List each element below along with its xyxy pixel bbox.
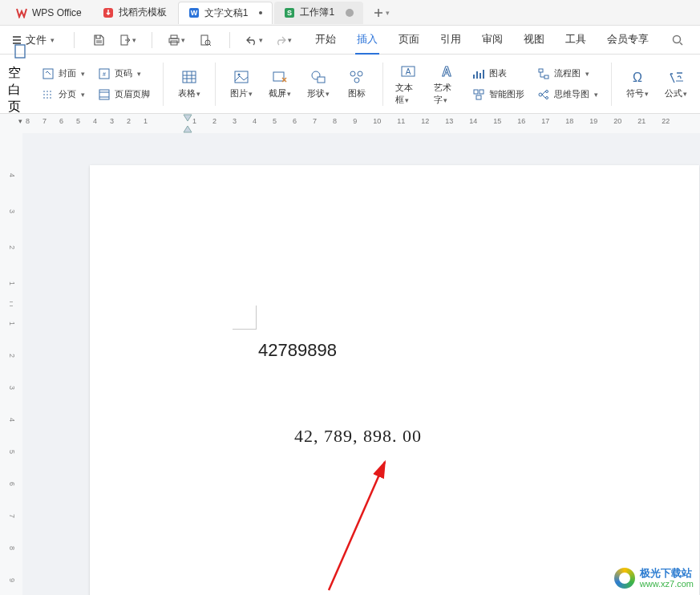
add-tab-button[interactable]: ▾ (370, 2, 392, 24)
ruler-tick: 5 (273, 117, 277, 125)
label: 页码 (115, 67, 132, 79)
ribbon-header-footer[interactable]: 页眉页脚 (95, 87, 153, 103)
ribbon-picture[interactable]: 图片▾ (225, 67, 257, 101)
redo-button[interactable]: ▾ (273, 30, 293, 50)
ruler-tick: 22 (662, 117, 670, 125)
margin-corner-mark (233, 306, 257, 330)
word-icon: W (188, 7, 200, 18)
tab-docer[interactable]: 找稻壳模板 (93, 2, 176, 24)
print-preview-button[interactable] (196, 30, 215, 50)
ribbon-equation[interactable]: 公式▾ (660, 67, 692, 101)
svg-text:A: A (406, 67, 411, 76)
svg-rect-12 (15, 45, 25, 58)
ribbon-icon[interactable]: 图标 (341, 67, 373, 101)
svg-rect-16 (99, 90, 109, 99)
ribbon-table[interactable]: 表格▾ (173, 67, 205, 101)
ribbon-wordart[interactable]: A 艺术字▾ (431, 61, 463, 107)
separator (229, 32, 230, 48)
menu-tab-tools[interactable]: 工具 (564, 26, 588, 55)
pagebreak-icon (42, 88, 55, 101)
ribbon-blankpage[interactable]: 空白页▾ (8, 59, 32, 110)
ribbon-flowchart[interactable]: 流程图▾ (534, 66, 593, 82)
svg-point-11 (674, 35, 681, 42)
label: 思维导图 (554, 88, 589, 100)
ruler-tick: 12 (421, 117, 429, 125)
mindmap-icon (537, 88, 550, 101)
print-button[interactable]: ▾ (167, 30, 186, 50)
blank-page-icon (11, 42, 29, 63)
wordart-icon: A (438, 63, 455, 80)
separator (611, 63, 612, 106)
screenshot-icon (271, 68, 289, 86)
ruler-tick: 1 (192, 117, 196, 125)
ribbon-smartart[interactable]: 智能图形 (469, 87, 528, 103)
header-footer-icon (98, 88, 111, 101)
document-text-formatted[interactable]: 42, 789, 898. 00 (294, 426, 422, 447)
tab-label: 文字文稿1 (204, 6, 249, 20)
tab-workbook-1[interactable]: S 工作簿1 (274, 2, 363, 24)
ribbon-screenshot[interactable]: 截屏▾ (264, 67, 296, 101)
svg-rect-29 (474, 90, 478, 94)
svg-line-38 (329, 462, 385, 590)
svg-point-36 (546, 96, 548, 99)
tab-label: WPS Office (32, 7, 82, 18)
ruler-tick: 4 (8, 418, 16, 422)
wps-icon (16, 7, 27, 18)
ribbon-pagebreak[interactable]: 分页▾ (38, 87, 88, 103)
svg-point-19 (237, 74, 240, 76)
ribbon-symbol[interactable]: Ω 符号▾ (621, 67, 653, 101)
horizontal-ruler[interactable]: 8 7 6 5 4 3 2 1 1 2 3 4 5 6 7 8 9 10 11 … (0, 114, 700, 133)
svg-rect-31 (476, 95, 481, 99)
ruler-tick: 3 (8, 386, 16, 390)
ribbon-cover[interactable]: 封面▾ (38, 66, 88, 82)
menu-tab-view[interactable]: 视图 (522, 26, 546, 55)
ruler-tick: 1 (144, 117, 148, 125)
label: 分页 (59, 88, 76, 100)
ribbon-shape[interactable]: 形状▾ (302, 67, 334, 101)
menu-tab-start[interactable]: 开始 (314, 26, 338, 55)
vertical-ruler[interactable]: 4 3 2 1 1 2 3 4 5 6 7 8 9 (0, 133, 22, 595)
svg-text:S: S (287, 9, 292, 17)
equation-icon (667, 68, 685, 86)
document-text-raw[interactable]: 42789898 (258, 340, 337, 361)
svg-point-35 (546, 90, 548, 92)
menu-tab-vip[interactable]: 会员专享 (605, 26, 650, 55)
menu-tab-page[interactable]: 页面 (397, 26, 421, 55)
ruler-tick: 21 (637, 117, 645, 125)
ribbon-textbox[interactable]: A 文本框▾ (392, 61, 424, 107)
menu-tab-review[interactable]: 审阅 (480, 26, 504, 55)
chevron-down-icon: ▾ (132, 36, 136, 44)
picture-icon (233, 68, 250, 86)
tab-wps-home[interactable]: WPS Office (6, 2, 91, 24)
ruler-tick: 7 (42, 117, 47, 125)
svg-text:Ω: Ω (633, 71, 642, 84)
watermark-title: 极光下载站 (640, 568, 694, 579)
save-button[interactable] (89, 30, 108, 50)
menu-tab-reference[interactable]: 引用 (439, 26, 463, 55)
textbox-icon: A (399, 63, 417, 80)
search-button[interactable] (668, 30, 687, 50)
chevron-down-icon: ▾ (259, 36, 263, 44)
svg-rect-22 (318, 77, 325, 83)
separator (74, 32, 75, 48)
hruler-scale: 8 7 6 5 4 3 2 1 1 2 3 4 5 6 7 8 9 10 11 … (22, 114, 700, 133)
watermark: 极光下载站 www.xz7.com (614, 568, 694, 589)
ruler-tick: 9 (8, 578, 16, 582)
tab-document-1[interactable]: W 文字文稿1 (178, 2, 273, 24)
symbol-icon: Ω (629, 68, 646, 86)
document-page[interactable]: 42789898 42, 789, 898. 00 (90, 165, 699, 595)
svg-rect-20 (273, 72, 284, 81)
separator (163, 63, 164, 106)
icon-icon (348, 68, 366, 86)
ruler-tick: 17 (541, 117, 549, 125)
ribbon-chart[interactable]: 图表 (469, 66, 510, 82)
menu-tab-insert[interactable]: 插入 (355, 26, 379, 55)
ribbon-pagenumber[interactable]: # 页码▾ (95, 66, 144, 82)
indent-marker-top[interactable] (183, 114, 192, 122)
undo-button[interactable]: ▾ (245, 30, 264, 50)
export-button[interactable]: ▾ (118, 30, 137, 50)
svg-rect-33 (544, 75, 548, 79)
ribbon-insert: 空白页▾ 封面▾ 分页▾ # 页码▾ 页眉页脚 表格▾ 图片▾ 截屏▾ (0, 55, 700, 114)
ribbon-mindmap[interactable]: 思维导图▾ (534, 87, 601, 103)
ruler-tick: 2 (8, 245, 16, 249)
